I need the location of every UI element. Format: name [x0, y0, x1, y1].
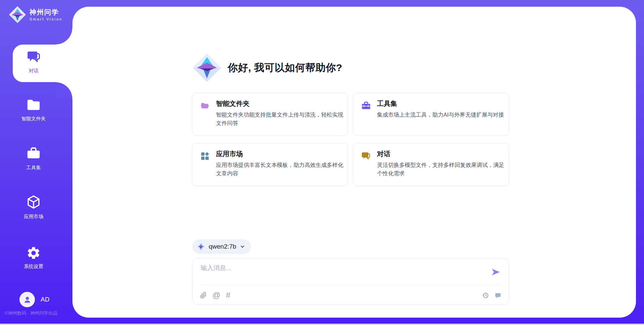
brand-diamond-icon [9, 6, 26, 23]
topic-button[interactable]: # [226, 291, 230, 299]
composer-left-tools: @ # [200, 291, 230, 299]
brand: 神州问学 Smart Vision [9, 6, 62, 23]
cube-icon [25, 194, 42, 210]
user-account[interactable]: AD [19, 292, 49, 307]
mention-button[interactable]: @ [212, 291, 220, 299]
sidebar-item-label: 对话 [29, 68, 39, 74]
sidebar-item-chat[interactable]: 对话 [7, 50, 60, 74]
card-description: 集成市场上主流工具，助力AI与外界无缝扩展与对接 [377, 111, 504, 119]
folder-open-icon [200, 101, 210, 111]
card-smart-folders[interactable]: 智能文件夹 智能文件夹功能支持批量文件上传与清洗，轻松实现文件问答 [192, 93, 348, 136]
card-description: 智能文件夹功能支持批量文件上传与清洗，轻松实现文件问答 [216, 111, 343, 127]
chat-filled-icon [494, 292, 501, 299]
chevron-down-icon [239, 244, 246, 250]
brand-subtitle: Smart Vision [30, 17, 62, 21]
card-app-market[interactable]: 应用市场 应用市场提供丰富长文本模板，助力高效生成多样化文章内容 [192, 143, 348, 186]
brand-name: 神州问学 [30, 8, 62, 16]
greeting-diamond-icon [192, 53, 222, 82]
card-chat[interactable]: 对话 灵活切换多模型文件，支持多样回复效果调试，满足个性化需求 [353, 143, 509, 186]
history-icon [482, 292, 489, 299]
send-button[interactable] [491, 267, 501, 277]
greeting-title: 你好, 我可以如何帮助你? [228, 61, 342, 75]
card-description: 灵活切换多模型文件，支持多样回复效果调试，满足个性化需求 [377, 161, 504, 178]
card-title: 对话 [377, 149, 390, 158]
sidebar-item-label: 工具集 [26, 165, 41, 171]
toolbox-icon [361, 101, 371, 111]
sidebar-item-label: 系统设置 [24, 263, 43, 270]
gear-icon [26, 246, 41, 260]
active-nav-fillet-bottom [56, 82, 72, 99]
send-icon [491, 267, 501, 277]
model-name: qwen2:7b [209, 243, 236, 250]
toolbox-icon [26, 146, 41, 161]
app-window: 神州问学 Smart Vision 对话 智能文件夹 工具集 应用市场 系统设置… [0, 0, 644, 325]
sidebar-footer: ©神州数码 · 神州问学出品 [5, 310, 57, 316]
model-selector[interactable]: qwen2:7b [192, 239, 251, 254]
apps-grid-icon [200, 151, 210, 161]
avatar [19, 292, 35, 307]
sidebar-item-label: 智能文件夹 [21, 116, 46, 122]
model-diamond-icon [197, 242, 205, 251]
feedback-button[interactable] [494, 292, 501, 299]
chat-bubbles-icon [26, 50, 41, 65]
window-bottom-edge [0, 324, 644, 325]
composer-right-tools [482, 292, 501, 299]
card-toolset[interactable]: 工具集 集成市场上主流工具，助力AI与外界无缝扩展与对接 [353, 93, 509, 136]
composer: @ # [192, 258, 509, 305]
paperclip-icon [200, 292, 207, 299]
feature-cards: 智能文件夹 智能文件夹功能支持批量文件上传与清洗，轻松实现文件问答 工具集 集成… [192, 93, 509, 186]
composer-toolbar: @ # [200, 288, 501, 303]
sidebar-item-label: 应用市场 [24, 213, 43, 220]
hash-icon: # [226, 291, 230, 299]
card-title: 工具集 [377, 99, 397, 108]
active-nav-fillet-top [56, 28, 72, 45]
card-description: 应用市场提供丰富长文本模板，助力高效生成多样化文章内容 [216, 161, 343, 178]
greeting: 你好, 我可以如何帮助你? [192, 53, 342, 82]
card-title: 智能文件夹 [216, 99, 250, 108]
sidebar-item-app-market[interactable]: 应用市场 [7, 194, 60, 220]
sidebar-item-smart-folders[interactable]: 智能文件夹 [7, 97, 60, 122]
message-input[interactable] [201, 264, 479, 282]
person-icon [23, 295, 32, 304]
sidebar-item-settings[interactable]: 系统设置 [7, 246, 60, 270]
at-icon: @ [212, 291, 220, 299]
user-initials: AD [41, 296, 49, 303]
history-button[interactable] [482, 292, 489, 299]
folder-icon [26, 97, 41, 113]
card-title: 应用市场 [216, 149, 243, 158]
attach-button[interactable] [200, 292, 207, 299]
sidebar-item-toolset[interactable]: 工具集 [7, 146, 60, 171]
composer-divider [200, 284, 501, 285]
chat-bubbles-icon [361, 151, 371, 161]
